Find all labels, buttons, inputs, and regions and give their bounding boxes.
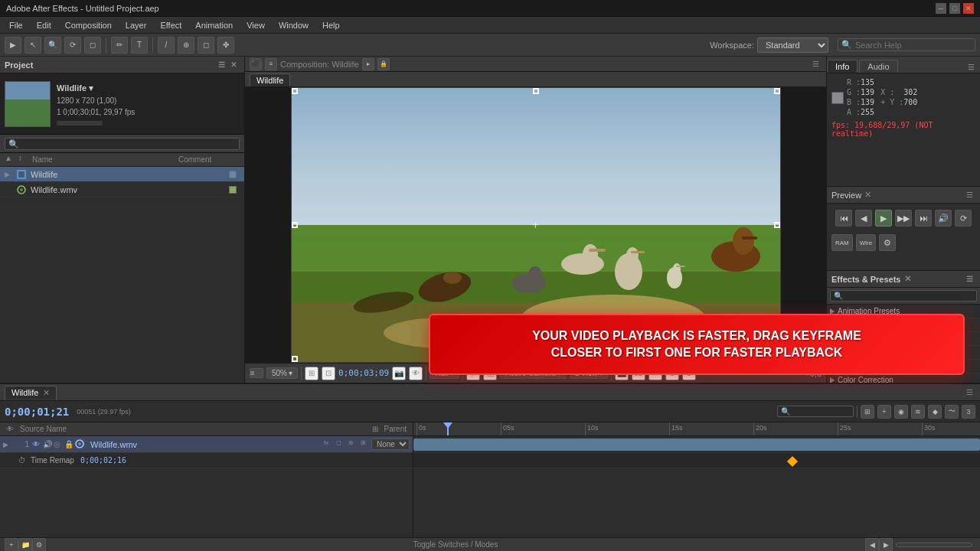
brush-tool[interactable]: / [158, 37, 175, 54]
tl-btn-keyframe[interactable]: ◆ [928, 405, 942, 419]
menu-effect[interactable]: Effect [154, 19, 188, 31]
tl-settings[interactable]: ⚙ [32, 538, 46, 552]
handle-mid-left[interactable] [292, 222, 298, 228]
tl-btn-motion-blur[interactable]: ≋ [911, 405, 925, 419]
effects-search-input[interactable] [830, 290, 977, 302]
safe-zones-btn[interactable]: ⊡ [322, 367, 335, 380]
zoom-dropdown[interactable]: 50% ▾ [266, 367, 298, 379]
layer-solo-1[interactable]: ◎ [54, 440, 64, 448]
comp-settings2-btn[interactable]: ▸ [362, 58, 374, 70]
close-button[interactable]: ✕ [963, 3, 974, 14]
comp-menu-btn[interactable]: ≡ [250, 368, 263, 378]
tl-folder[interactable]: 📁 [18, 538, 32, 552]
expand-arrow[interactable]: ▶ [3, 441, 14, 448]
tl-btn-new-layer[interactable]: + [877, 405, 891, 419]
keyframe-marker[interactable] [787, 456, 798, 467]
tl-scroll-right[interactable]: ▶ [879, 538, 893, 552]
menu-layer[interactable]: Layer [119, 19, 153, 31]
handle-bottom-left[interactable] [292, 356, 298, 362]
comp-lock-btn[interactable]: 🔒 [377, 58, 390, 70]
comp-flow-btn[interactable]: ≡ [265, 58, 277, 70]
lc-adjust[interactable]: ⊕ [348, 439, 359, 450]
layer-lock-1[interactable]: 🔒 [64, 440, 75, 448]
settings-btn[interactable]: ⚙ [879, 234, 896, 251]
handle-top-mid[interactable] [533, 88, 539, 94]
zoom-tool[interactable]: 🔍 [44, 37, 61, 54]
effects-search-bar[interactable] [827, 288, 980, 305]
info-panel-menu[interactable]: ☰ [965, 60, 977, 73]
go-to-start-btn[interactable]: ⏮ [835, 210, 852, 227]
tab-audio[interactable]: Audio [859, 60, 897, 73]
handle-top-left[interactable] [292, 88, 298, 94]
playhead[interactable] [447, 422, 449, 435]
layer-row-1[interactable]: ▶ 1 👁 🔊 ◎ 🔒 Wildlife.wmv fx [0, 436, 413, 453]
lc-motion[interactable]: ◻ [336, 439, 347, 450]
sub-layer-time-remap[interactable]: ⏱ Time Remap 0;00;02;16 [0, 453, 413, 468]
lc-3d[interactable]: ⊞ [361, 439, 371, 450]
menu-composition[interactable]: Composition [59, 19, 118, 31]
tab-info[interactable]: Info [827, 60, 858, 73]
name-sort-icon2[interactable]: ↕ [18, 154, 31, 166]
maximize-button[interactable]: □ [949, 3, 960, 14]
layer-parent-1[interactable]: None [371, 439, 410, 450]
project-panel-menu[interactable]: ☰ [215, 59, 227, 71]
lc-fx[interactable]: fx [324, 439, 335, 450]
menu-animation[interactable]: Animation [189, 19, 239, 31]
timeline-panel-menu[interactable]: ☰ [963, 386, 975, 399]
tl-btn-graph[interactable]: 〜 [945, 405, 959, 419]
show-snapshot-btn[interactable]: 👁 [409, 367, 423, 380]
handle-top-right[interactable] [774, 88, 780, 94]
workspace-dropdown[interactable]: Standard [757, 37, 828, 53]
go-to-end-btn[interactable]: ⏭ [915, 210, 932, 227]
timeline-search-input[interactable] [777, 406, 854, 417]
minimize-button[interactable]: ─ [936, 3, 946, 14]
effects-panel-menu[interactable]: ☰ [963, 273, 975, 285]
handle-mid-right[interactable] [774, 222, 780, 228]
timeline-scrollbar[interactable] [896, 543, 972, 547]
search-help-box[interactable]: 🔍 [838, 38, 975, 51]
layer-visibility-1[interactable]: 👁 [32, 440, 43, 448]
preview-close[interactable]: ✕ [864, 190, 871, 200]
name-sort-icon[interactable]: ▲ [5, 154, 17, 166]
menu-view[interactable]: View [240, 19, 271, 31]
search-help-input[interactable] [855, 41, 972, 50]
tab-wildlife[interactable]: Wildlife [250, 73, 290, 86]
comp-settings-btn[interactable]: ⬛ [250, 58, 262, 70]
layer-bar-1[interactable] [413, 439, 980, 451]
prev-frame-btn[interactable]: ◀ [855, 210, 872, 227]
project-item-wildlife-comp[interactable]: ▶ Wildlife [0, 167, 244, 182]
project-search-input[interactable] [5, 138, 240, 150]
menu-file[interactable]: File [3, 19, 29, 31]
tl-btn-solo[interactable]: ◉ [894, 405, 908, 419]
clone-tool[interactable]: ⊕ [178, 37, 194, 54]
tl-new-comp[interactable]: + [5, 538, 18, 552]
play-btn[interactable]: ▶ [875, 210, 892, 227]
timeline-tab-wildlife[interactable]: Wildlife ✕ [5, 386, 57, 399]
timeline-ruler[interactable]: 0s 05s 10s 15s 20s 25s 30s [413, 422, 980, 436]
comp-panel-menu[interactable]: ☰ [809, 58, 822, 70]
menu-help[interactable]: Help [316, 19, 346, 31]
preview-panel-menu[interactable]: ☰ [963, 189, 975, 201]
tl-btn-toggle-switches[interactable]: ⊞ [861, 405, 874, 419]
eraser-tool[interactable]: ◻ [198, 37, 214, 54]
menu-edit[interactable]: Edit [31, 19, 57, 31]
next-frame-btn[interactable]: ▶▶ [895, 210, 912, 227]
project-panel-close[interactable]: ✕ [227, 59, 240, 71]
tl-scroll-left[interactable]: ◀ [865, 538, 879, 552]
puppet-tool[interactable]: ✤ [217, 37, 234, 54]
text-tool[interactable]: T [131, 37, 148, 54]
tl-btn-3d[interactable]: 3 [962, 405, 975, 419]
menu-window[interactable]: Window [273, 19, 315, 31]
loop-btn[interactable]: ⟳ [955, 210, 972, 227]
cam-tool[interactable]: ◻ [84, 37, 101, 54]
snapshot-btn[interactable]: 📷 [392, 367, 406, 380]
timeline-tab-close[interactable]: ✕ [43, 388, 50, 397]
layer-audio-1[interactable]: 🔊 [43, 440, 54, 448]
home-button[interactable]: ▶ [5, 37, 21, 54]
project-search-bar[interactable] [0, 135, 244, 153]
audio-btn[interactable]: 🔊 [935, 210, 952, 227]
select-tool[interactable]: ↖ [24, 37, 41, 54]
ram-preview-btn[interactable]: RAM [831, 234, 853, 251]
wireframe-btn[interactable]: Wire [856, 234, 876, 251]
pen-tool[interactable]: ✏ [111, 37, 128, 54]
